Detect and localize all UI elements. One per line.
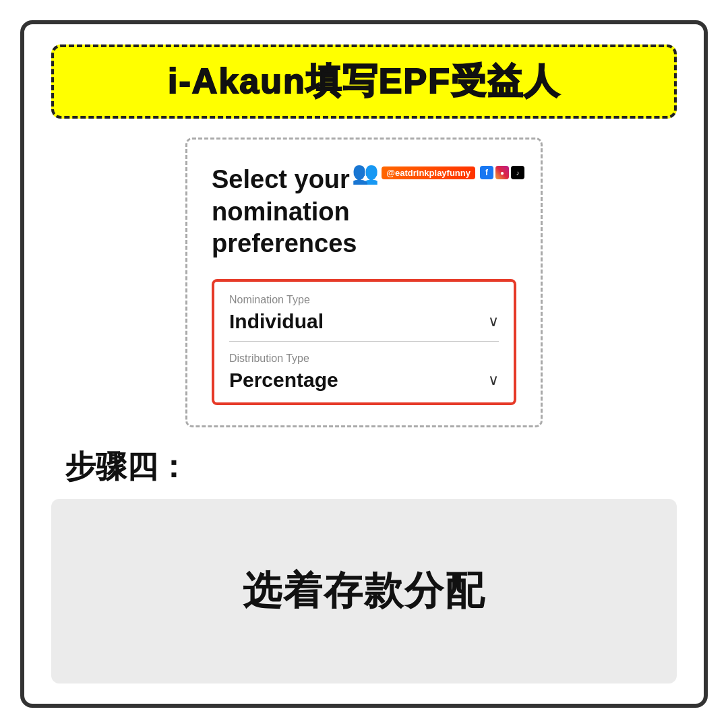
title-banner: i-Akaun填写EPF受益人 (51, 44, 677, 119)
nomination-type-label: Nomination Type (229, 294, 499, 306)
step-label: 步骤四： (51, 446, 189, 488)
distribution-type-chevron-icon: ∨ (488, 371, 499, 389)
social-icons-group: f ● ♪ (480, 166, 524, 179)
selection-box: Nomination Type Individual ∨ Distributio… (212, 279, 516, 405)
distribution-type-field[interactable]: Distribution Type Percentage ∨ (229, 353, 499, 396)
nomination-type-row[interactable]: Individual ∨ (229, 310, 499, 342)
main-content: 👥 @eatdrinkplayfunny f ● ♪ Select your n… (51, 138, 677, 684)
people-icon: 👥 (352, 160, 379, 185)
page-title: i-Akaun填写EPF受益人 (168, 61, 560, 100)
instagram-icon: ● (495, 166, 509, 179)
distribution-type-label: Distribution Type (229, 353, 499, 365)
nomination-type-chevron-icon: ∨ (488, 313, 499, 330)
facebook-icon: f (480, 166, 493, 179)
distribution-type-row[interactable]: Percentage ∨ (229, 369, 499, 396)
outer-frame: i-Akaun填写EPF受益人 👥 @eatdrinkplayfunny f ●… (20, 20, 708, 708)
nomination-type-value: Individual (229, 310, 324, 333)
bottom-text: 选着存款分配 (243, 565, 485, 617)
distribution-type-value: Percentage (229, 369, 338, 392)
nomination-type-field[interactable]: Nomination Type Individual ∨ (229, 294, 499, 342)
heading-line1: Select your (212, 165, 350, 193)
social-badge: 👥 @eatdrinkplayfunny f ● ♪ (352, 160, 524, 185)
bottom-info-box: 选着存款分配 (51, 499, 677, 684)
nomination-card: 👥 @eatdrinkplayfunny f ● ♪ Select your n… (185, 138, 543, 427)
tiktok-icon: ♪ (511, 166, 524, 179)
heading-line3: preferences (212, 229, 357, 257)
social-handle: @eatdrinkplayfunny (382, 166, 475, 179)
heading-line2: nomination (212, 198, 350, 226)
